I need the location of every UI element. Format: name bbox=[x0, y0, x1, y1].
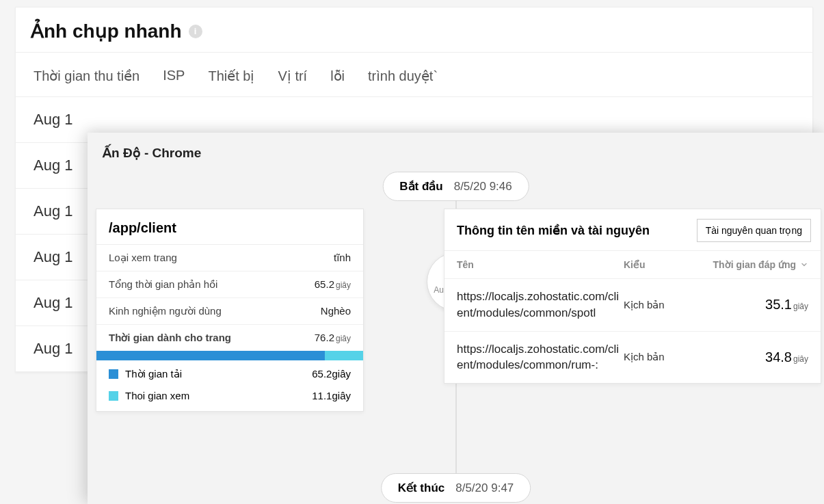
tab-trinh-duyet[interactable]: trình duyệt` bbox=[368, 68, 438, 84]
critical-resources-button[interactable]: Tài nguyên quan trọng bbox=[697, 219, 811, 242]
kv-page-view-type: Loại xem trang tĩnh bbox=[96, 245, 363, 271]
resources-title: Thông tin tên miền và tài nguyên bbox=[457, 223, 650, 238]
page-title-row: Ảnh chụp nhanh i bbox=[16, 8, 812, 53]
resource-rt: 35.1giây bbox=[699, 297, 808, 313]
legend-swatch-icon bbox=[109, 391, 118, 401]
resource-url: https://localjs.zohostatic.com/client/mo… bbox=[457, 289, 624, 321]
detail-popup: Ấn Độ - Chrome Bắt đầu 8/5/20 9:46 9:46 … bbox=[88, 133, 824, 504]
tab-loi[interactable]: lỗi bbox=[330, 68, 345, 84]
resource-url: https://localjs.zohostatic.com/client/mo… bbox=[457, 341, 624, 374]
legend-view: Thoi gian xem 11.1giây bbox=[96, 385, 363, 411]
tab-thiet-bi[interactable]: Thiết bị bbox=[208, 68, 254, 84]
tab-vi-tri[interactable]: Vị trí bbox=[278, 68, 307, 84]
start-value: 8/5/20 9:46 bbox=[454, 180, 512, 194]
col-response-time[interactable]: Thời gian đáp ứng bbox=[699, 259, 808, 270]
kv-time-on-page: Thời gian dành cho trang 76.2giây bbox=[96, 325, 363, 351]
end-value: 8/5/20 9:47 bbox=[455, 481, 514, 495]
popup-header: Ấn Độ - Chrome bbox=[88, 133, 824, 172]
start-pill: Bắt đầu 8/5/20 9:46 bbox=[382, 172, 529, 201]
table-row[interactable]: https://localjs.zohostatic.com/client/mo… bbox=[444, 279, 821, 332]
end-pill: Kết thúc 8/5/20 9:47 bbox=[381, 473, 531, 503]
col-kind[interactable]: Kiểu bbox=[624, 259, 699, 270]
kv-total-response: Tổng thời gian phản hồi 65.2giây bbox=[96, 271, 363, 298]
bar-seg-view bbox=[325, 351, 363, 360]
legend-load: Thời gian tải 65.2giây bbox=[96, 363, 363, 385]
resource-rt: 34.8giây bbox=[699, 349, 808, 365]
info-icon[interactable]: i bbox=[189, 25, 202, 38]
resources-panel: Thông tin tên miền và tài nguyên Tài ngu… bbox=[444, 209, 821, 384]
table-row[interactable]: https://localjs.zohostatic.com/client/mo… bbox=[444, 332, 821, 384]
tab-isp[interactable]: ISP bbox=[163, 68, 185, 84]
legend-swatch-icon bbox=[109, 369, 118, 379]
page-title: Ảnh chụp nhanh bbox=[31, 20, 182, 42]
col-name[interactable]: Tên bbox=[457, 259, 624, 270]
chevron-down-icon bbox=[800, 261, 808, 269]
tab-thoi-gian-thu-tien[interactable]: Thời gian thu tiền bbox=[34, 68, 139, 84]
start-label: Bắt đầu bbox=[399, 179, 442, 194]
page-path: /app/client bbox=[96, 209, 363, 245]
resource-kind: Kịch bản bbox=[624, 351, 699, 363]
time-bar bbox=[96, 351, 363, 360]
end-label: Kết thúc bbox=[398, 481, 445, 495]
bar-seg-load bbox=[96, 351, 325, 360]
kv-user-experience: Kinh nghiệm người dùng Nghèo bbox=[96, 298, 363, 325]
resource-kind: Kịch bản bbox=[624, 299, 699, 311]
page-metrics-panel: /app/client Loại xem trang tĩnh Tổng thờ… bbox=[96, 209, 364, 412]
resources-header-row: Tên Kiểu Thời gian đáp ứng bbox=[444, 251, 821, 279]
tabs: Thời gian thu tiền ISP Thiết bị Vị trí l… bbox=[16, 53, 812, 97]
